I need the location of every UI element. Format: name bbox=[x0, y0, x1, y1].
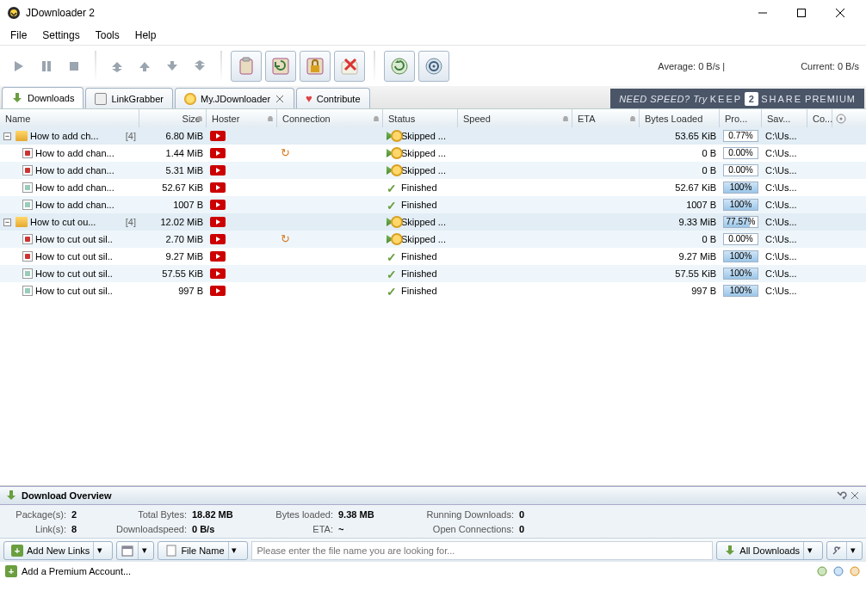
col-bytes[interactable]: Bytes Loaded bbox=[640, 109, 720, 127]
overview-header[interactable]: Download Overview bbox=[0, 486, 866, 505]
pause-button[interactable] bbox=[34, 54, 59, 78]
status-icon-2[interactable] bbox=[832, 565, 844, 577]
table-row[interactable]: How to add chan...52.67 KiBFinished52.67… bbox=[0, 179, 866, 196]
move-up-button[interactable] bbox=[133, 54, 157, 78]
svg-rect-9 bbox=[240, 59, 252, 74]
maximize-button[interactable] bbox=[782, 0, 820, 26]
ov-openconn-lbl: Open Connections: bbox=[399, 524, 519, 534]
tree-expand-icon[interactable]: − bbox=[3, 132, 11, 140]
move-bottom-button[interactable] bbox=[188, 54, 212, 78]
col-speed[interactable]: Speed bbox=[458, 109, 572, 127]
chevron-down-icon[interactable]: ▾ bbox=[803, 542, 815, 559]
tree-expand-icon[interactable]: − bbox=[3, 219, 11, 226]
chevron-down-icon[interactable]: ▾ bbox=[93, 542, 105, 559]
youtube-icon bbox=[210, 131, 226, 141]
chevron-down-icon[interactable]: ▾ bbox=[846, 542, 858, 559]
premium-banner[interactable]: NEED SPEED? Try KEEP 2 SHARE PREMIUM bbox=[610, 89, 864, 108]
close-button[interactable] bbox=[820, 0, 859, 26]
row-save: C:\Us... bbox=[762, 217, 807, 227]
ov-dlspeed: 0 B/s bbox=[192, 524, 252, 534]
chevron-down-icon[interactable]: ▾ bbox=[138, 542, 150, 559]
move-top-button[interactable] bbox=[105, 54, 129, 78]
separator bbox=[374, 51, 375, 82]
menu-file[interactable]: File bbox=[3, 27, 34, 44]
status-icon-1[interactable] bbox=[816, 565, 828, 577]
ov-running: 0 bbox=[519, 509, 545, 520]
add-new-links-button[interactable]: + Add New Links ▾ bbox=[3, 541, 113, 560]
ov-eta: ~ bbox=[338, 524, 399, 534]
menu-tools[interactable]: Tools bbox=[89, 27, 127, 44]
finished-icon bbox=[387, 285, 399, 297]
column-settings-icon[interactable] bbox=[832, 109, 850, 127]
tab-linkgrabber[interactable]: LinkGrabber bbox=[85, 88, 173, 108]
table-row[interactable]: How to cut out sil..997 BFinished997 B10… bbox=[0, 282, 866, 299]
menu-settings[interactable]: Settings bbox=[35, 27, 86, 44]
col-eta[interactable]: ETA bbox=[572, 109, 640, 127]
overview-close-icon[interactable] bbox=[849, 490, 861, 502]
clipboard-observer-button[interactable] bbox=[231, 51, 262, 82]
download-table[interactable]: −How to add ch...[4]6.80 MiBSkipped ...5… bbox=[0, 127, 866, 486]
progress-bar: 0.00% bbox=[723, 233, 758, 245]
col-status[interactable]: Status bbox=[383, 109, 458, 127]
remove-button[interactable] bbox=[334, 51, 365, 82]
col-name[interactable]: Name bbox=[0, 109, 139, 127]
col-size[interactable]: Size bbox=[139, 109, 207, 127]
svg-point-32 bbox=[851, 567, 859, 576]
premium-button[interactable] bbox=[300, 51, 331, 82]
move-down-button[interactable] bbox=[160, 54, 184, 78]
add-premium-link[interactable]: Add a Premium Account... bbox=[22, 566, 131, 576]
col-hoster[interactable]: Hoster bbox=[207, 109, 277, 127]
reconnect-button[interactable] bbox=[418, 51, 449, 82]
row-name: How to add chan... bbox=[35, 200, 114, 210]
table-row[interactable]: How to cut out sil..9.27 MiBFinished9.27… bbox=[0, 248, 866, 265]
separator bbox=[95, 51, 96, 82]
tab-downloads[interactable]: Downloads bbox=[2, 87, 84, 108]
svg-rect-10 bbox=[243, 58, 250, 61]
update-button[interactable] bbox=[384, 51, 415, 82]
col-save[interactable]: Sav... bbox=[762, 109, 807, 127]
table-row[interactable]: How to add chan...1007 BFinished1007 B10… bbox=[0, 196, 866, 213]
ov-packages: 2 bbox=[71, 509, 97, 520]
all-downloads-button[interactable]: All Downloads ▾ bbox=[716, 541, 823, 560]
table-row[interactable]: How to add chan...1.44 MiBSkipped ...0 B… bbox=[0, 145, 866, 162]
col-progress[interactable]: Pro... bbox=[720, 109, 762, 127]
youtube-icon bbox=[210, 234, 226, 244]
current-speed-label: Current: 0 B/s bbox=[801, 61, 859, 71]
svg-rect-29 bbox=[167, 545, 176, 556]
close-tab-icon[interactable] bbox=[275, 94, 285, 104]
skipped-icon bbox=[387, 130, 399, 142]
status-icon-3[interactable] bbox=[849, 565, 861, 577]
row-count: [4] bbox=[126, 217, 136, 227]
minimize-button[interactable] bbox=[743, 0, 782, 26]
tab-contribute[interactable]: ♥ Contribute bbox=[296, 88, 369, 108]
calendar-button[interactable]: ▾ bbox=[116, 541, 154, 560]
settings-button[interactable]: ▾ bbox=[826, 541, 863, 560]
youtube-icon bbox=[210, 148, 226, 158]
chevron-down-icon[interactable]: ▾ bbox=[228, 542, 240, 559]
table-row[interactable]: How to cut out sil..57.55 KiBFinished57.… bbox=[0, 265, 866, 282]
ov-packages-lbl: Package(s): bbox=[7, 509, 71, 520]
ov-totalbytes: 18.82 MB bbox=[192, 509, 252, 520]
svg-point-20 bbox=[433, 65, 436, 67]
tab-myjdownloader[interactable]: My.JDownloader bbox=[175, 88, 294, 108]
play-button[interactable] bbox=[7, 54, 31, 78]
search-input[interactable] bbox=[251, 541, 714, 560]
ov-running-lbl: Running Downloads: bbox=[399, 509, 519, 520]
table-row[interactable]: How to add chan...5.31 MiBSkipped ...0 B… bbox=[0, 162, 866, 179]
table-row[interactable]: −How to cut ou...[4]12.02 MiBSkipped ...… bbox=[0, 213, 866, 231]
overview-tool-icon[interactable] bbox=[835, 490, 847, 502]
app-logo-icon bbox=[7, 6, 21, 20]
table-row[interactable]: How to cut out sil..2.70 MiBSkipped ...0… bbox=[0, 231, 866, 248]
overview-panel: Package(s):2 Total Bytes:18.82 MB Bytes … bbox=[0, 505, 866, 538]
file-icon bbox=[22, 286, 33, 296]
col-connection[interactable]: Connection bbox=[277, 109, 383, 127]
table-row[interactable]: −How to add ch...[4]6.80 MiBSkipped ...5… bbox=[0, 127, 866, 145]
search-filter-button[interactable]: File Name ▾ bbox=[158, 541, 247, 560]
auto-reconnect-button[interactable] bbox=[265, 51, 296, 82]
menu-help[interactable]: Help bbox=[128, 27, 164, 44]
col-comment[interactable]: Co... bbox=[807, 109, 832, 127]
youtube-icon bbox=[210, 165, 226, 176]
package-icon bbox=[15, 217, 28, 227]
stop-button[interactable] bbox=[62, 54, 86, 78]
progress-bar: 0.00% bbox=[723, 147, 758, 159]
